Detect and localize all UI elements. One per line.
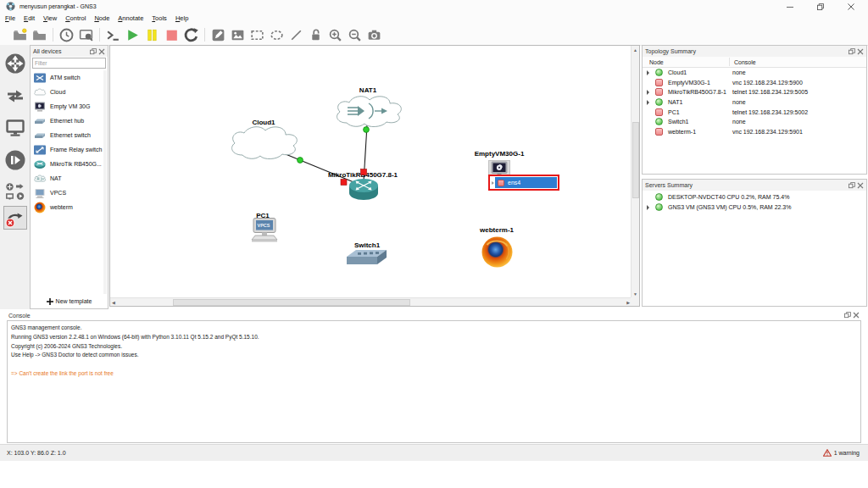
status-started-icon [655, 203, 663, 211]
browse-switches-icon[interactable] [3, 84, 27, 108]
draw-rectangle-icon[interactable] [248, 26, 267, 43]
close-panel-icon[interactable] [857, 182, 864, 189]
device-item-ethernet-switch[interactable]: Ethernet switch [31, 128, 107, 142]
canvas-horizontal-scrollbar[interactable]: ◀ ▶ [110, 297, 632, 306]
menu-bar: File Edit View Control Node Annotate Too… [0, 13, 868, 25]
suspend-icon[interactable] [142, 26, 162, 43]
popup-arrow-icon [492, 181, 494, 185]
device-list: ATM switch Cloud Empty VM 30G Ethernet h… [31, 70, 107, 294]
screenshot-camera-icon[interactable] [364, 26, 384, 43]
float-panel-icon[interactable] [849, 182, 855, 189]
device-item-atm-switch[interactable]: ATM switch [31, 70, 107, 85]
port-select-popup[interactable]: ens4 [488, 175, 559, 191]
status-bar: X: 103.0 Y: 86.0 Z: 1.0 1 warning [0, 444, 868, 461]
status-started-icon [655, 69, 663, 76]
menu-edit[interactable]: Edit [19, 13, 39, 25]
firefox-icon [33, 201, 47, 214]
topology-row-webterm[interactable]: webterm-1vnc 192.168.234.129:5901 [643, 127, 866, 137]
device-item-nat[interactable]: NAT [31, 171, 107, 186]
snapshot-icon[interactable] [57, 26, 76, 43]
reload-icon[interactable] [181, 26, 201, 43]
window-title: menyusun perangkat - GNS3 [19, 0, 97, 13]
topology-row-mikrotik[interactable]: MikroTikRB450G7.8-1telnet 192.168.234.12… [643, 87, 866, 97]
menu-node[interactable]: Node [90, 13, 114, 25]
topology-row-cloud1[interactable]: Cloud1none [643, 68, 866, 78]
float-panel-icon[interactable] [849, 48, 855, 55]
restore-button[interactable] [805, 0, 836, 13]
float-panel-icon[interactable] [90, 48, 97, 55]
lock-icon[interactable] [306, 26, 326, 43]
device-item-frame-relay-switch[interactable]: Frame Relay switch [31, 142, 107, 157]
menu-file[interactable]: File [1, 13, 19, 25]
status-started-icon [655, 118, 663, 125]
topology-row-emptyvm[interactable]: EmptyVM30G-1vnc 192.168.234.129:5900 [643, 78, 866, 88]
zoom-out-icon[interactable] [345, 26, 364, 43]
servers-summary-title: Servers Summary [645, 182, 849, 188]
insert-image-icon[interactable] [228, 26, 248, 43]
device-filter-input[interactable] [32, 58, 106, 69]
topology-summary-title: Topology Summary [645, 48, 849, 54]
console-error-line: => Can't create the link the port is not… [11, 369, 857, 379]
port-option-ens4[interactable]: ens4 [495, 177, 557, 188]
status-stopped-icon [655, 88, 663, 96]
menu-control[interactable]: Control [61, 13, 90, 25]
device-item-ethernet-hub[interactable]: Ethernet hub [31, 114, 107, 128]
device-item-empty-vm[interactable]: Empty VM 30G [31, 99, 107, 114]
warning-triangle-icon [823, 449, 832, 457]
close-panel-icon[interactable] [98, 48, 105, 55]
status-stopped-icon [655, 108, 663, 116]
menu-annotate[interactable]: Annotate [114, 13, 147, 25]
close-panel-icon[interactable] [857, 48, 864, 55]
draw-line-icon[interactable] [287, 26, 306, 43]
close-panel-icon[interactable] [853, 312, 860, 319]
draw-note-icon[interactable] [209, 26, 228, 43]
column-console[interactable]: Console [734, 57, 756, 68]
browse-all-devices-icon[interactable] [3, 180, 27, 204]
new-project-icon[interactable] [10, 26, 30, 43]
add-link-icon[interactable] [3, 206, 27, 230]
stop-icon[interactable] [162, 26, 181, 43]
menu-tools[interactable]: Tools [147, 13, 171, 25]
topology-canvas[interactable]: VPCS NAT1 Cloud1 MikroTikRB450G7.8-1 Emp… [109, 45, 640, 307]
draw-ellipse-icon[interactable] [267, 26, 287, 43]
close-button[interactable] [836, 0, 866, 13]
device-item-vpcs[interactable]: VPCS [31, 186, 107, 200]
browse-routers-icon[interactable] [3, 52, 27, 75]
minimize-button[interactable] [775, 0, 805, 13]
column-node[interactable]: Node [649, 57, 664, 68]
device-item-cloud[interactable]: Cloud [31, 85, 107, 99]
zoom-in-icon[interactable] [326, 26, 345, 43]
mikrotik-router-icon [33, 158, 47, 171]
screenshot-browser-icon[interactable] [76, 26, 96, 43]
topology-row-pc1[interactable]: PC1telnet 192.168.234.129:5002 [643, 108, 866, 118]
server-row-desktop[interactable]: DESKTOP-NVDCT40 CPU 0.2%, RAM 75.4% [643, 192, 866, 202]
float-panel-icon[interactable] [844, 312, 851, 319]
topology-row-nat1[interactable]: NAT1none [643, 97, 866, 108]
gns3-logo-icon [6, 2, 15, 11]
start-icon[interactable] [123, 26, 142, 43]
open-project-icon[interactable] [30, 26, 49, 43]
status-started-icon [655, 98, 663, 106]
topology-row-switch1[interactable]: Switch1none [643, 117, 866, 127]
link-status-layer [110, 46, 632, 298]
console-panel: Console GNS3 management console. Running… [7, 310, 861, 443]
device-item-mikrotik[interactable]: MikroTik RB450G... [31, 157, 107, 171]
menu-view[interactable]: View [39, 13, 61, 25]
new-template-button[interactable]: New template [31, 295, 107, 308]
ethernet-switch-icon [33, 129, 47, 142]
warning-indicator[interactable]: 1 warning [823, 445, 860, 461]
menu-help[interactable]: Help [171, 13, 192, 25]
status-started-icon [655, 193, 663, 201]
browse-security-devices-icon[interactable] [3, 148, 27, 172]
nat-icon [33, 172, 47, 186]
console-title: Console [8, 313, 844, 319]
browse-end-devices-icon[interactable] [3, 116, 27, 140]
vpcs-icon [33, 186, 47, 200]
device-list-scrollbar[interactable] [103, 70, 107, 294]
canvas-vertical-scrollbar[interactable]: ▲ ▼ [631, 46, 639, 298]
server-row-gns3vm[interactable]: GNS3 VM (GNS3 VM) CPU 0.5%, RAM 22.3% [643, 202, 866, 213]
main-toolbar [0, 25, 868, 46]
console-terminal-icon[interactable] [103, 26, 123, 43]
device-item-webterm[interactable]: webterm [31, 200, 107, 214]
console-output[interactable]: GNS3 management console. Running GNS3 ve… [7, 320, 861, 443]
